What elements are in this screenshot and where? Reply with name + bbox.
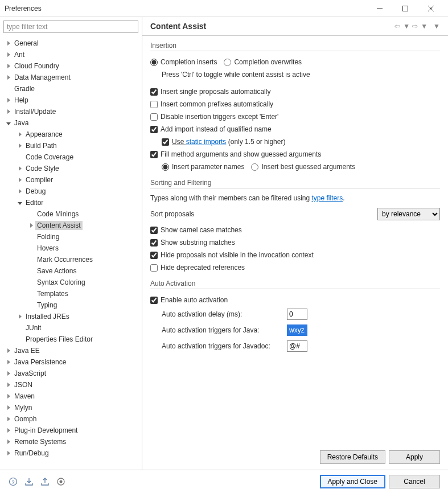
cancel-button[interactable]: Cancel [389,475,440,488]
tree-item[interactable]: Editor [0,197,142,208]
export-icon[interactable] [40,476,50,487]
record-icon[interactable] [56,476,66,487]
menu-dropdown-icon[interactable]: ▼ [433,22,440,30]
radio-param-names[interactable]: Insert parameter names [162,163,244,171]
chevron-right-icon[interactable] [5,449,13,457]
cb-fill-arguments[interactable]: Fill method arguments and show guessed a… [150,150,321,158]
tree-item[interactable]: Mark Occurrences [0,254,142,265]
cb-hide-deprecated[interactable]: Hide deprecated references [150,264,245,272]
tree-item[interactable]: Typing [0,299,142,311]
tree-item[interactable]: Properties Files Editor [0,334,142,345]
tree-item[interactable]: JUnit [0,322,142,334]
chevron-right-icon[interactable] [16,176,24,184]
radio-completion-inserts[interactable]: Completion inserts [150,58,217,66]
tree-item[interactable]: Code Style [0,163,142,174]
chevron-right-icon[interactable] [5,426,13,434]
tree-item[interactable]: Remote Systems [0,436,142,447]
tree-item[interactable]: Appearance [0,129,142,140]
input-triggers-java[interactable] [287,324,307,336]
tree-item[interactable]: Data Management [0,72,142,83]
cb-insert-single[interactable]: Insert single proposals automatically [150,88,270,96]
cb-enable-auto[interactable]: Enable auto activation [150,296,228,304]
tree-item[interactable]: Build Path [0,140,142,151]
cb-use-static-imports[interactable]: Use static imports (only 1.5 or higher) [162,138,285,146]
tree-item[interactable]: Installed JREs [0,311,142,322]
cb-add-import[interactable]: Add import instead of qualified name [150,125,272,133]
chevron-right-icon[interactable] [16,187,24,195]
chevron-right-icon[interactable] [5,96,13,104]
tree-item[interactable]: Compiler [0,174,142,186]
maximize-button[interactable] [392,0,418,17]
chevron-right-icon[interactable] [5,415,13,423]
cb-camel-case[interactable]: Show camel case matches [150,226,242,234]
import-icon[interactable] [24,476,34,487]
cb-substring[interactable]: Show substring matches [150,239,235,246]
tree-item[interactable]: Java EE [0,345,142,356]
tree-item[interactable]: Content Assist [0,220,142,231]
chevron-right-icon[interactable] [5,108,13,116]
tree-item[interactable]: Maven [0,391,142,402]
chevron-right-icon[interactable] [5,358,13,366]
input-triggers-javadoc[interactable] [287,340,307,352]
tree-item[interactable]: Java [0,117,142,129]
chevron-right-icon[interactable] [5,404,13,412]
chevron-right-icon[interactable] [5,347,13,355]
tree-item[interactable]: Debug [0,186,142,197]
link-static-imports[interactable]: static imports [186,138,227,146]
chevron-right-icon[interactable] [5,51,13,59]
tree-item[interactable]: Code Minings [0,208,142,220]
input-delay[interactable] [287,309,307,320]
radio-best-guessed[interactable]: Insert best guessed arguments [251,163,355,171]
cb-hide-invocation[interactable]: Hide proposals not visible in the invoca… [150,251,314,259]
tree-item[interactable]: Oomph [0,413,142,425]
chevron-right-icon[interactable] [16,130,24,138]
restore-defaults-button[interactable]: Restore Defaults [320,450,385,464]
apply-and-close-button[interactable]: Apply and Close [320,475,385,488]
chevron-right-icon[interactable] [5,62,13,70]
tree-item[interactable]: Gradle [0,83,142,95]
chevron-right-icon[interactable] [27,221,35,229]
tree-item[interactable]: Code Coverage [0,151,142,163]
back-dropdown-icon[interactable]: ▼ [403,22,410,30]
tree-item[interactable]: Templates [0,288,142,299]
forward-dropdown-icon[interactable]: ▼ [421,22,428,30]
tree-item[interactable]: Install/Update [0,106,142,117]
chevron-right-icon[interactable] [5,369,13,377]
radio-completion-overwrites[interactable]: Completion overwrites [224,58,302,66]
tree-item[interactable]: JavaScript [0,368,142,379]
minimize-button[interactable] [367,0,392,17]
chevron-right-icon[interactable] [16,165,24,172]
tree-item[interactable]: Hovers [0,243,142,254]
preferences-tree[interactable]: GeneralAntCloud FoundryData ManagementGr… [0,36,142,470]
link-type-filters[interactable]: type filters [311,194,343,202]
tree-item[interactable]: JSON [0,379,142,391]
tree-item[interactable]: Mylyn [0,402,142,413]
cb-insert-prefixes[interactable]: Insert common prefixes automatically [150,100,273,108]
chevron-right-icon[interactable] [16,313,24,321]
apply-button[interactable]: Apply [389,450,440,464]
chevron-down-icon[interactable] [16,199,24,207]
tree-item[interactable]: Java Persistence [0,356,142,368]
tree-item[interactable]: Save Actions [0,265,142,277]
sort-select[interactable]: by relevance [377,208,440,220]
cb-disable-triggers[interactable]: Disable insertion triggers except 'Enter… [150,113,278,121]
chevron-down-icon[interactable] [5,119,13,127]
close-button[interactable] [418,0,443,17]
chevron-right-icon[interactable] [5,381,13,389]
forward-icon[interactable]: ⇨ [412,22,418,30]
help-icon[interactable]: ? [8,476,18,487]
chevron-right-icon[interactable] [5,39,13,47]
chevron-right-icon[interactable] [5,438,13,446]
tree-item[interactable]: Folding [0,231,142,243]
filter-input[interactable] [3,20,138,33]
tree-item[interactable]: Run/Debug [0,447,142,459]
tree-item[interactable]: Plug-in Development [0,425,142,436]
tree-item[interactable]: General [0,38,142,49]
tree-item[interactable]: Syntax Coloring [0,277,142,288]
tree-item[interactable]: Ant [0,49,142,60]
tree-item[interactable]: Help [0,95,142,106]
chevron-right-icon[interactable] [5,392,13,400]
back-icon[interactable]: ⇦ [394,22,400,30]
chevron-right-icon[interactable] [16,142,24,150]
chevron-right-icon[interactable] [5,73,13,81]
